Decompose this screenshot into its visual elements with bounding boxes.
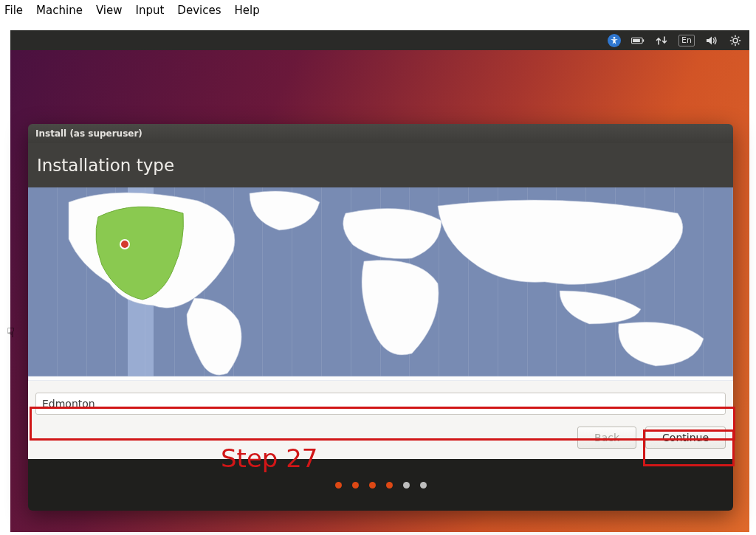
window-title-text: Install (as superuser) <box>35 128 142 139</box>
menu-view[interactable]: View <box>96 0 123 21</box>
progress-dot <box>335 482 342 489</box>
timezone-form: Back Continue <box>28 381 733 459</box>
network-updown-icon[interactable] <box>655 34 668 47</box>
ubuntu-top-panel: En <box>10 30 749 50</box>
battery-icon[interactable] <box>631 34 645 47</box>
progress-dot <box>420 482 427 489</box>
timezone-map[interactable] <box>28 187 733 381</box>
svg-point-0 <box>614 36 616 38</box>
map-panel: Back Continue <box>28 187 733 459</box>
menu-input[interactable]: Input <box>136 0 165 21</box>
ubiquity-installer-window: Install (as superuser) Installation type <box>28 124 733 511</box>
timezone-input[interactable] <box>35 393 726 415</box>
progress-dot <box>369 482 376 489</box>
window-title: Install (as superuser) <box>28 124 733 143</box>
sound-icon[interactable] <box>705 34 718 47</box>
virtualbox-menubar[interactable]: File Machine View Input Devices Help <box>0 0 756 21</box>
menu-help[interactable]: Help <box>234 0 259 21</box>
hand-cursor: ☟ <box>7 325 15 340</box>
accessibility-icon[interactable] <box>608 34 621 47</box>
continue-button[interactable]: Continue <box>645 427 726 449</box>
back-button[interactable]: Back <box>577 427 636 449</box>
svg-line-10 <box>738 43 740 44</box>
menu-devices[interactable]: Devices <box>177 0 221 21</box>
installer-heading-text: Installation type <box>37 156 174 175</box>
vm-display: En ☟ Install (as superuser) Installation… <box>10 30 749 532</box>
svg-point-4 <box>733 38 738 43</box>
progress-dot <box>403 482 410 489</box>
menu-machine[interactable]: Machine <box>36 0 83 21</box>
ubuntu-desktop: ☟ Install (as superuser) Installation ty… <box>10 50 749 532</box>
keyboard-layout-indicator[interactable]: En <box>678 35 695 46</box>
installer-slideshow-dots <box>28 459 733 511</box>
svg-rect-3 <box>633 38 640 41</box>
selected-region-highlight <box>91 202 187 302</box>
progress-dot <box>352 482 359 489</box>
location-pin <box>120 239 130 249</box>
svg-rect-2 <box>643 39 645 41</box>
menu-file[interactable]: File <box>4 0 23 21</box>
svg-line-12 <box>732 43 733 44</box>
progress-dot <box>386 482 393 489</box>
svg-line-9 <box>732 36 733 38</box>
installer-heading: Installation type <box>28 143 733 187</box>
gear-icon[interactable] <box>729 34 742 47</box>
svg-line-11 <box>738 36 740 38</box>
